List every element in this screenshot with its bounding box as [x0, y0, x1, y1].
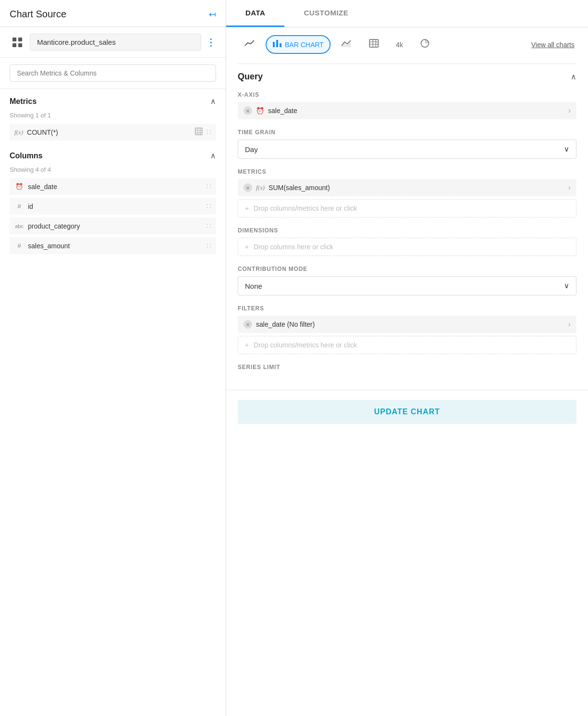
dimensions-section: DIMENSIONS + Drop columns here or click: [238, 227, 576, 256]
metrics-title: Metrics: [10, 97, 37, 106]
table-chart-icon: [369, 39, 379, 50]
chart-type-table[interactable]: [362, 35, 385, 54]
metrics-section: Metrics ∧ Showing 1 of 1 f(x) COUNT(*) ∷: [0, 89, 226, 143]
metrics-drop-zone[interactable]: + Drop columns/metrics here or click: [238, 199, 576, 217]
chart-type-row: BAR CHART: [226, 27, 588, 54]
metrics-query-section: METRICS × f(x) SUM(sales_amount) › + Dro…: [238, 168, 576, 217]
drag-handle-icon[interactable]: ∷: [206, 202, 211, 211]
chart-source-header: Chart Source ↤: [0, 0, 226, 27]
drag-handle-icon[interactable]: ∷: [206, 128, 211, 137]
drag-handle-icon[interactable]: ∷: [206, 182, 211, 191]
metrics-collapse-icon[interactable]: ∧: [210, 97, 216, 106]
datasource-row: Manticore.product_sales ⋮: [0, 27, 226, 58]
hash-type-icon-2: #: [14, 242, 24, 249]
time-grain-label: TIME GRAIN: [238, 129, 576, 136]
x-axis-expand-icon[interactable]: ›: [568, 106, 571, 115]
columns-section-header: Columns ∧: [10, 143, 216, 164]
contribution-select[interactable]: None ∨: [238, 276, 576, 295]
svg-rect-3: [18, 43, 22, 47]
svg-rect-2: [13, 43, 16, 47]
x-axis-pill: × ⏰ sale_date ›: [238, 102, 576, 119]
x-axis-section: X-AXIS × ⏰ sale_date ›: [238, 91, 576, 119]
metrics-showing: Showing 1 of 1: [10, 110, 216, 124]
view-all-charts-link[interactable]: View all charts: [531, 41, 576, 49]
datasource-name[interactable]: Manticore.product_sales: [30, 34, 201, 51]
tabs-row: DATA CUSTOMIZE: [226, 0, 588, 27]
search-input[interactable]: [10, 64, 216, 82]
metric-item: f(x) COUNT(*) ∷: [10, 124, 216, 141]
divider: [238, 64, 576, 64]
metrics-query-label: METRICS: [238, 168, 576, 175]
filters-section: FILTERS × sale_date (No filter) › + Drop…: [238, 305, 576, 354]
right-panel: DATA CUSTOMIZE BAR CHART: [226, 0, 588, 716]
x-axis-clock-icon: ⏰: [256, 107, 264, 115]
tab-data[interactable]: DATA: [226, 0, 284, 27]
dimensions-drop-zone[interactable]: + Drop columns here or click: [238, 238, 576, 256]
fx-icon: f(x): [14, 128, 23, 136]
chart-type-line[interactable]: [238, 35, 262, 54]
svg-rect-0: [13, 38, 16, 41]
chart-type-4k[interactable]: 4k: [389, 37, 410, 52]
dimensions-label: DIMENSIONS: [238, 227, 576, 234]
drag-handle-icon[interactable]: ∷: [206, 241, 211, 250]
pie-chart-icon: [420, 39, 430, 50]
search-area: [0, 58, 226, 89]
metrics-expand-icon[interactable]: ›: [568, 183, 571, 192]
x-axis-remove-btn[interactable]: ×: [243, 106, 252, 115]
metrics-remove-btn[interactable]: ×: [243, 183, 252, 192]
columns-collapse-icon[interactable]: ∧: [210, 151, 216, 160]
series-limit-section: SERIES LIMIT: [238, 364, 576, 371]
columns-title: Columns: [10, 152, 42, 160]
metrics-drop-plus-icon: +: [245, 205, 249, 212]
metrics-section-header: Metrics ∧: [10, 89, 216, 110]
svg-rect-11: [280, 43, 281, 47]
right-content: Query ∧ X-AXIS × ⏰ sale_date › TIME GRAI…: [226, 54, 588, 390]
collapse-icon[interactable]: ↤: [209, 9, 216, 20]
update-btn-row: UPDATE CHART: [226, 390, 588, 434]
metric-name: COUNT(*): [27, 128, 191, 136]
bar-chart-label: BAR CHART: [285, 41, 324, 49]
filters-drop-zone[interactable]: + Drop columns/metrics here or click: [238, 336, 576, 354]
columns-section: Columns ∧ Showing 4 of 4 ⏰ sale_date ∷ #…: [0, 143, 226, 257]
update-chart-button[interactable]: UPDATE CHART: [238, 400, 576, 424]
more-options-icon[interactable]: ⋮: [206, 37, 216, 48]
metrics-drop-text: Drop columns/metrics here or click: [254, 205, 357, 212]
dimensions-drop-text: Drop columns here or click: [254, 243, 333, 251]
tab-customize[interactable]: CUSTOMIZE: [284, 0, 368, 27]
x-axis-value: sale_date: [268, 107, 564, 115]
time-grain-chevron-icon: ∨: [564, 145, 569, 153]
contribution-section: CONTRIBUTION MODE None ∨: [238, 266, 576, 295]
clock-type-icon: ⏰: [14, 183, 24, 190]
metrics-pill: × f(x) SUM(sales_amount) ›: [238, 179, 576, 196]
filters-label: FILTERS: [238, 305, 576, 312]
chart-type-bar[interactable]: BAR CHART: [266, 35, 331, 54]
filters-drop-text: Drop columns/metrics here or click: [254, 341, 357, 349]
time-grain-select[interactable]: Day ∨: [238, 140, 576, 159]
svg-rect-9: [273, 42, 275, 47]
bar-chart-icon: [272, 39, 282, 50]
column-item-sale-date: ⏰ sale_date ∷: [10, 178, 216, 195]
filters-remove-btn[interactable]: ×: [243, 320, 252, 329]
query-title: Query: [238, 72, 263, 82]
chart-type-pie[interactable]: [413, 35, 436, 54]
drag-handle-icon[interactable]: ∷: [206, 221, 211, 230]
filters-value: sale_date (No filter): [256, 320, 564, 328]
column-item-product-category: abc product_category ∷: [10, 217, 216, 234]
time-grain-value: Day: [245, 145, 258, 153]
svg-rect-4: [195, 128, 202, 135]
col-name-id: id: [28, 203, 203, 210]
query-collapse-icon[interactable]: ∧: [571, 72, 576, 81]
time-grain-section: TIME GRAIN Day ∨: [238, 129, 576, 159]
col-name-sales-amount: sales_amount: [28, 242, 203, 250]
contribution-chevron-icon: ∨: [564, 281, 569, 290]
filters-expand-icon[interactable]: ›: [568, 320, 571, 329]
svg-rect-10: [276, 40, 278, 47]
contribution-value: None: [245, 282, 262, 290]
column-item-id: # id ∷: [10, 198, 216, 215]
svg-rect-13: [370, 39, 378, 47]
column-item-sales-amount: # sales_amount ∷: [10, 237, 216, 254]
svg-rect-1: [18, 38, 22, 41]
chart-type-area[interactable]: [334, 35, 358, 54]
dimensions-drop-plus-icon: +: [245, 243, 249, 251]
columns-showing: Showing 4 of 4: [10, 164, 216, 178]
